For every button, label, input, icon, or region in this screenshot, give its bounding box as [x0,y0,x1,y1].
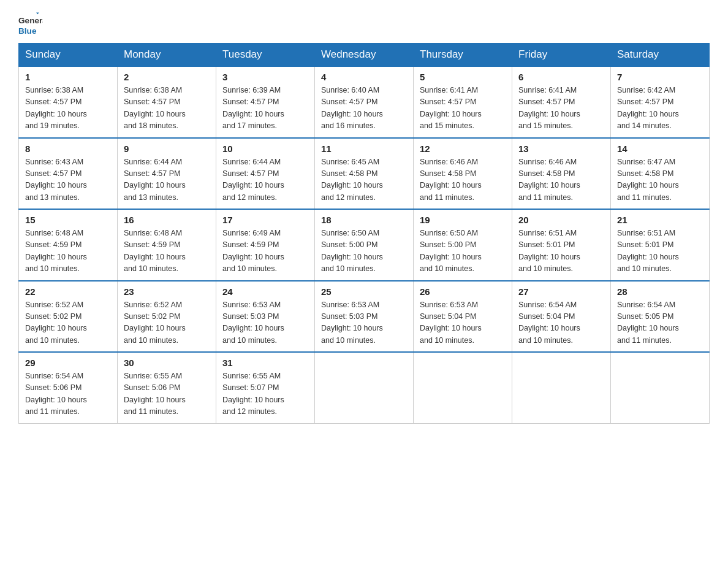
daylight-label: Daylight: 10 hours [321,110,383,118]
daylight-minutes: and 12 minutes. [321,193,376,202]
sunset-label: Sunset: 4:58 PM [617,169,673,178]
daylight-label: Daylight: 10 hours [25,324,87,332]
daylight-label: Daylight: 10 hours [420,324,482,332]
sunset-label: Sunset: 5:03 PM [222,312,279,321]
daylight-label: Daylight: 10 hours [518,110,580,118]
daylight-minutes: and 12 minutes. [222,193,277,202]
day-info: Sunrise: 6:44 AM Sunset: 4:57 PM Dayligh… [124,156,210,204]
sunset-label: Sunset: 4:57 PM [518,98,575,106]
daylight-label: Daylight: 10 hours [420,253,482,261]
sunrise-label: Sunrise: 6:41 AM [518,86,577,94]
sunset-label: Sunset: 5:01 PM [518,240,575,249]
sunset-label: Sunset: 5:06 PM [25,383,82,392]
sunset-label: Sunset: 4:57 PM [124,169,180,178]
day-number: 26 [420,286,506,297]
sunrise-label: Sunrise: 6:44 AM [124,158,182,166]
daylight-label: Daylight: 10 hours [420,110,482,118]
daylight-label: Daylight: 10 hours [518,324,580,332]
logo-icon: General Blue [18,12,43,37]
calendar-col-friday: Friday [512,44,611,67]
day-info: Sunrise: 6:51 AM Sunset: 5:01 PM Dayligh… [518,228,604,275]
daylight-minutes: and 10 minutes. [222,264,277,273]
daylight-label: Daylight: 10 hours [124,396,186,404]
day-number: 27 [518,286,604,297]
day-number: 2 [124,72,210,82]
daylight-label: Daylight: 10 hours [617,110,679,118]
daylight-label: Daylight: 10 hours [222,396,284,404]
day-info: Sunrise: 6:52 AM Sunset: 5:02 PM Dayligh… [25,299,111,347]
sunset-label: Sunset: 4:57 PM [25,169,82,178]
daylight-minutes: and 13 minutes. [124,193,178,202]
daylight-minutes: and 10 minutes. [124,336,178,345]
day-info: Sunrise: 6:53 AM Sunset: 5:04 PM Dayligh… [420,299,506,347]
sunrise-label: Sunrise: 6:38 AM [25,86,83,94]
sunset-label: Sunset: 5:04 PM [420,312,476,321]
sunrise-label: Sunrise: 6:48 AM [124,229,182,237]
day-number: 23 [124,286,210,297]
calendar-cell: 27 Sunrise: 6:54 AM Sunset: 5:04 PM Dayl… [512,281,611,353]
calendar-cell: 3 Sunrise: 6:39 AM Sunset: 4:57 PM Dayli… [216,66,315,138]
daylight-minutes: and 10 minutes. [222,336,277,345]
sunset-label: Sunset: 4:57 PM [222,169,279,178]
sunrise-label: Sunrise: 6:47 AM [617,158,675,166]
calendar-cell: 25 Sunrise: 6:53 AM Sunset: 5:03 PM Dayl… [315,281,414,353]
day-number: 28 [617,286,703,297]
sunrise-label: Sunrise: 6:52 AM [25,301,83,309]
day-info: Sunrise: 6:51 AM Sunset: 5:01 PM Dayligh… [617,228,703,275]
sunrise-label: Sunrise: 6:49 AM [222,229,281,237]
calendar-cell: 15 Sunrise: 6:48 AM Sunset: 4:59 PM Dayl… [19,209,118,281]
daylight-label: Daylight: 10 hours [420,181,482,190]
day-number: 4 [321,72,407,82]
daylight-minutes: and 10 minutes. [518,336,573,345]
page-header: General Blue [18,12,710,37]
day-number: 14 [617,144,703,154]
calendar-cell: 31 Sunrise: 6:55 AM Sunset: 5:07 PM Dayl… [216,352,315,423]
daylight-label: Daylight: 10 hours [617,181,679,190]
calendar-cell: 29 Sunrise: 6:54 AM Sunset: 5:06 PM Dayl… [19,352,118,423]
sunset-label: Sunset: 5:01 PM [617,240,673,249]
day-info: Sunrise: 6:55 AM Sunset: 5:06 PM Dayligh… [124,370,210,418]
day-info: Sunrise: 6:40 AM Sunset: 4:57 PM Dayligh… [321,85,407,132]
daylight-minutes: and 10 minutes. [321,336,376,345]
day-number: 19 [420,215,506,225]
daylight-label: Daylight: 10 hours [222,253,284,261]
calendar-week-row: 8 Sunrise: 6:43 AM Sunset: 4:57 PM Dayli… [19,138,710,210]
calendar-cell: 21 Sunrise: 6:51 AM Sunset: 5:01 PM Dayl… [611,209,710,281]
day-info: Sunrise: 6:54 AM Sunset: 5:05 PM Dayligh… [617,299,703,347]
sunset-label: Sunset: 5:05 PM [617,312,673,321]
sunset-label: Sunset: 5:07 PM [222,383,279,392]
sunrise-label: Sunrise: 6:50 AM [321,229,379,237]
daylight-label: Daylight: 10 hours [321,253,383,261]
day-number: 30 [124,358,210,368]
day-number: 7 [617,72,703,82]
daylight-minutes: and 10 minutes. [617,264,672,273]
calendar-col-wednesday: Wednesday [315,44,414,67]
daylight-label: Daylight: 10 hours [25,253,87,261]
calendar-col-thursday: Thursday [414,44,512,67]
calendar-col-tuesday: Tuesday [216,44,315,67]
daylight-label: Daylight: 10 hours [25,110,87,118]
day-number: 31 [222,358,308,368]
day-number: 11 [321,144,407,154]
daylight-label: Daylight: 10 hours [518,253,580,261]
calendar-week-row: 1 Sunrise: 6:38 AM Sunset: 4:57 PM Dayli… [19,66,710,138]
daylight-label: Daylight: 10 hours [518,181,580,190]
sunrise-label: Sunrise: 6:51 AM [518,229,577,237]
daylight-minutes: and 11 minutes. [420,193,474,202]
sunrise-label: Sunrise: 6:39 AM [222,86,281,94]
day-info: Sunrise: 6:41 AM Sunset: 4:57 PM Dayligh… [420,85,506,132]
svg-text:Blue: Blue [18,26,37,36]
daylight-label: Daylight: 10 hours [25,181,87,190]
calendar-cell: 20 Sunrise: 6:51 AM Sunset: 5:01 PM Dayl… [512,209,611,281]
day-number: 10 [222,144,308,154]
calendar-cell: 4 Sunrise: 6:40 AM Sunset: 4:57 PM Dayli… [315,66,414,138]
sunset-label: Sunset: 4:57 PM [321,98,377,106]
sunset-label: Sunset: 5:00 PM [420,240,476,249]
sunrise-label: Sunrise: 6:41 AM [420,86,478,94]
sunrise-label: Sunrise: 6:40 AM [321,86,379,94]
calendar-header-row: SundayMondayTuesdayWednesdayThursdayFrid… [19,44,710,67]
day-number: 20 [518,215,604,225]
daylight-minutes: and 11 minutes. [518,193,573,202]
sunset-label: Sunset: 4:59 PM [25,240,82,249]
calendar-col-sunday: Sunday [19,44,118,67]
